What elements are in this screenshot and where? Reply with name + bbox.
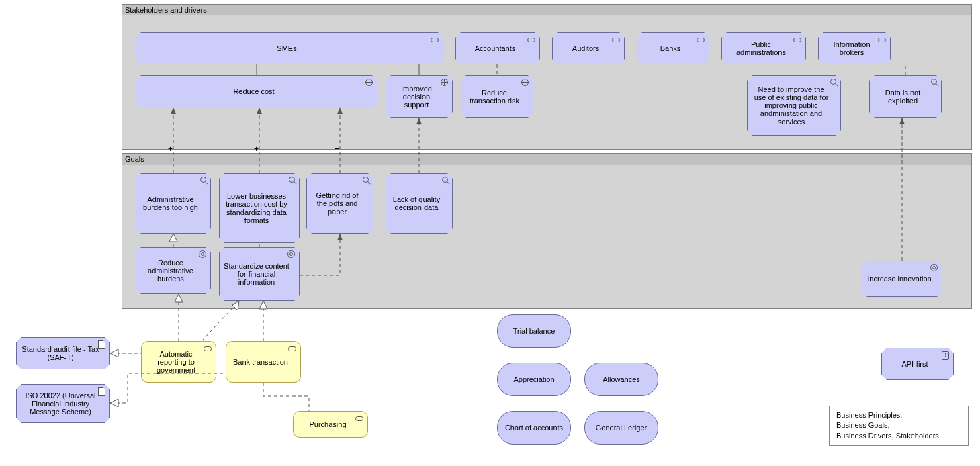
stakeholder-smes[interactable]: SMEs [136, 32, 443, 64]
goal-icon [930, 264, 938, 271]
stakeholder-public-admin-label: Public administrations [726, 40, 796, 56]
stakeholder-banks-label: Banks [660, 44, 681, 52]
goal-increase-innovation[interactable]: Increase innovation [862, 261, 942, 297]
course-icon [204, 346, 212, 351]
course-bank-tx-label: Bank transaction [233, 358, 288, 366]
driver-improved-decision[interactable]: Improved decision support [386, 75, 453, 118]
cloud-chart-of-accounts[interactable]: Chart of accounts [497, 411, 571, 445]
assessment-icon [289, 177, 295, 183]
assessment-rid-pdfs[interactable]: Getting rid of the pdfs and paper [306, 173, 373, 234]
principle-icon [942, 351, 949, 360]
stakeholder-icon [431, 38, 439, 42]
goal-icon [287, 250, 295, 258]
goal-reduce-admin[interactable]: Reduce administrative burdens [136, 247, 211, 294]
group-goals-label: Goals [125, 155, 144, 163]
stakeholder-info-brokers[interactable]: Information brokers [818, 32, 891, 64]
stakeholder-icon [878, 38, 886, 42]
stakeholder-auditors[interactable]: Auditors [552, 32, 625, 64]
driver-icon [521, 79, 529, 86]
assessment-rid-pdfs-label: Getting rid of the pdfs and paper [311, 191, 363, 216]
assessment-icon [200, 177, 206, 183]
assessment-icon [830, 79, 836, 85]
dataobject-saf-t[interactable]: Standard audit file - Tax (SAF-T) [16, 337, 110, 369]
assessment-icon [931, 79, 937, 85]
course-icon [355, 416, 363, 421]
stakeholder-icon [527, 38, 535, 42]
driver-icon [441, 79, 448, 86]
driver-icon [365, 79, 373, 86]
assessment-lack-quality[interactable]: Lack of quality decision data [386, 173, 453, 234]
cloud-general-ledger-label: General Ledger [596, 424, 647, 432]
goal-icon [199, 250, 206, 258]
cloud-appreciation[interactable]: Appreciation [497, 363, 571, 396]
cloud-appreciation-label: Appreciation [513, 375, 554, 383]
assessment-lower-tx-cost[interactable]: Lower businesses transaction cost by sta… [219, 173, 300, 243]
course-purchasing-label: Purchasing [309, 420, 346, 428]
stakeholder-icon [697, 38, 705, 42]
assessment-admin-burdens[interactable]: Administrative burdens too high [136, 173, 211, 234]
stakeholder-banks[interactable]: Banks [637, 32, 709, 64]
cloud-general-ledger[interactable]: General Ledger [584, 411, 658, 445]
note-line3: Business Drivers, Stakeholders, [836, 432, 941, 440]
note-line2: Business Goals, [836, 421, 889, 429]
stakeholder-smes-label: SMEs [277, 44, 296, 52]
svg-marker-25 [110, 349, 118, 357]
note-line1: Business Principles, [836, 411, 902, 419]
course-icon [288, 346, 296, 351]
assessment-lack-quality-label: Lack of quality decision data [390, 195, 443, 212]
course-bank-tx[interactable]: Bank transaction [226, 341, 301, 383]
driver-reduce-cost[interactable]: Reduce cost [136, 75, 377, 107]
cloud-trial-balance-label: Trial balance [513, 327, 555, 335]
stakeholder-icon [612, 38, 620, 42]
dataobject-icon [98, 387, 105, 396]
assessment-icon [442, 177, 448, 183]
assessment-data-not-exploited[interactable]: Data is not exploited [869, 75, 942, 118]
cloud-chart-of-accounts-label: Chart of accounts [505, 424, 563, 432]
cloud-allowances[interactable]: Allowances [584, 363, 658, 396]
note-legend: Business Principles, Business Goals, Bus… [829, 406, 969, 446]
assessment-need-improve-label: Need to improve the use of existing data… [752, 85, 831, 126]
driver-reduce-tx-risk-label: Reduce transaction risk [465, 89, 523, 105]
stakeholder-info-brokers-label: Information brokers [823, 40, 881, 56]
group-stakeholders-label: Stakeholders and drivers [125, 6, 207, 14]
goal-increase-innovation-label: Increase innovation [867, 275, 931, 283]
stakeholder-auditors-label: Auditors [572, 44, 599, 52]
dataobject-iso20022[interactable]: ISO 20022 (Universal Financial Industry … [16, 384, 110, 423]
svg-marker-26 [110, 399, 118, 407]
goal-standardize[interactable]: Standardize content for financial inform… [219, 247, 300, 301]
assessment-need-improve[interactable]: Need to improve the use of existing data… [747, 75, 841, 136]
course-auto-report-label: Automatic reporting to government [146, 350, 206, 374]
dataobject-iso20022-label: ISO 20022 (Universal Financial Industry … [21, 391, 100, 416]
driver-reduce-tx-risk[interactable]: Reduce transaction risk [461, 75, 533, 118]
goal-reduce-admin-label: Reduce administrative burdens [140, 259, 201, 283]
cloud-trial-balance[interactable]: Trial balance [497, 314, 571, 348]
dataobject-saf-t-label: Standard audit file - Tax (SAF-T) [21, 345, 100, 361]
assessment-admin-burdens-label: Administrative burdens too high [140, 195, 201, 212]
course-purchasing[interactable]: Purchasing [293, 411, 368, 438]
assessment-lower-tx-cost-label: Lower businesses transaction cost by sta… [224, 192, 289, 224]
cloud-allowances-label: Allowances [603, 375, 640, 383]
stakeholder-accountants-label: Accountants [475, 44, 516, 52]
goal-standardize-label: Standardize content for financial inform… [224, 262, 289, 286]
dataobject-icon [98, 340, 105, 349]
driver-reduce-cost-label: Reduce cost [233, 87, 274, 95]
principle-api-first-label: API-first [901, 360, 928, 368]
principle-api-first[interactable]: API-first [881, 348, 954, 380]
course-auto-report[interactable]: Automatic reporting to government [141, 341, 216, 383]
group-stakeholders-header: Stakeholders and drivers [122, 5, 551, 16]
assessment-data-not-exploited-label: Data is not exploited [874, 89, 932, 105]
stakeholder-public-admin[interactable]: Public administrations [721, 32, 806, 64]
assessment-icon [363, 177, 369, 183]
group-goals-header: Goals [122, 154, 551, 165]
driver-improved-decision-label: Improved decision support [390, 85, 443, 109]
stakeholder-accountants[interactable]: Accountants [455, 32, 540, 64]
stakeholder-icon [793, 38, 801, 42]
